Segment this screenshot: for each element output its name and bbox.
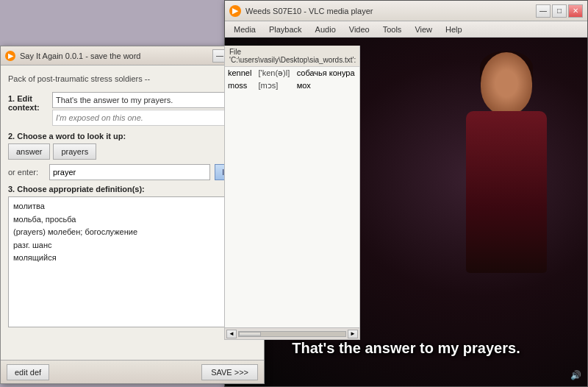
- save-button[interactable]: SAVE >>>: [201, 364, 258, 380]
- volume-icon: 🔊: [570, 370, 581, 380]
- sia-toolbar: edit def SAVE >>>: [1, 360, 264, 383]
- word-button-answer[interactable]: answer: [8, 143, 50, 160]
- dict-scroll-right-button[interactable]: ►: [348, 330, 358, 338]
- dict-panel: File 'C:\users\vasily\Desktop\sia_words.…: [224, 46, 360, 340]
- vlc-subtitle: That's the answer to my prayers.: [225, 340, 587, 357]
- def-item-4: разг. шанс: [13, 239, 251, 252]
- vlc-window-controls: — □ ✕: [536, 4, 583, 18]
- dict-phonetic-moss: [mɔs]: [256, 79, 294, 92]
- dict-word-moss: moss: [225, 79, 256, 92]
- dict-file-label: File 'C:\users\vasily\Desktop\sia_words.…: [225, 46, 359, 67]
- vlc-menubar: Media Playback Audio Video Tools View He…: [225, 21, 587, 38]
- edit-label-line2: context:: [8, 103, 52, 112]
- vlc-maximize-button[interactable]: □: [552, 4, 567, 18]
- choose-word-label: 2. Choose a word to look it up:: [8, 132, 257, 141]
- dict-row-kennel: kennel ['ken(ə)l] собачья конура: [225, 67, 359, 79]
- dict-row-moss: moss [mɔs] мох: [225, 79, 359, 92]
- vlc-menu-playback[interactable]: Playback: [263, 24, 308, 35]
- vlc-menu-help[interactable]: Help: [440, 24, 468, 35]
- person-head: [481, 52, 532, 115]
- vlc-menu-tools[interactable]: Tools: [377, 24, 408, 35]
- vlc-icon: ▶: [229, 5, 241, 17]
- dict-scroll-thumb[interactable]: [239, 332, 261, 336]
- def-item-1: молитва: [13, 200, 251, 213]
- vlc-person-figure: [448, 52, 565, 302]
- dict-scrollbar: ◄ ►: [225, 327, 359, 339]
- pack-label: Pack of post-traumatic stress soldiers -…: [8, 74, 233, 83]
- definitions-box[interactable]: молитва мольба, просьба (prayers) молебе…: [8, 196, 257, 327]
- vlc-titlebar: ▶ Weeds S07E10 - VLC media player — □ ✕: [225, 1, 587, 21]
- edit-label-line1: 1. Edit: [8, 94, 52, 103]
- dict-translation-moss: мох: [294, 79, 359, 92]
- dict-scroll-track: [238, 331, 346, 337]
- pack-row: Pack of post-traumatic stress soldiers -…: [8, 71, 257, 86]
- def-item-3: (prayers) молебен; богослужение: [13, 226, 251, 239]
- dict-scroll-left-button[interactable]: ◄: [226, 330, 237, 338]
- edit-context-label: 1. Edit context:: [8, 92, 52, 126]
- edit-context-section: 1. Edit context: +: [8, 92, 257, 126]
- vlc-menu-video[interactable]: Video: [343, 24, 376, 35]
- vlc-menu-media[interactable]: Media: [228, 24, 262, 35]
- edit-def-button[interactable]: edit def: [7, 364, 49, 380]
- choose-word-section: 2. Choose a word to look it up: answer p…: [8, 132, 257, 180]
- enter-input[interactable]: [49, 164, 210, 180]
- def-item-5: молящийся: [13, 252, 251, 265]
- dict-translation-kennel: собачья конура: [294, 67, 359, 79]
- dict-word-kennel: kennel: [225, 67, 256, 79]
- definitions-section: 3. Choose appropriate definition(s): мол…: [8, 185, 257, 327]
- context-secondary-input[interactable]: [52, 110, 234, 126]
- dict-table: kennel ['ken(ə)l] собачья конура moss [m…: [225, 67, 359, 92]
- enter-label: or enter:: [8, 168, 45, 177]
- word-buttons-group: answer prayers: [8, 143, 257, 160]
- def-item-2: мольба, просьба: [13, 213, 251, 227]
- dict-phonetic-kennel: ['ken(ə)l]: [256, 67, 294, 79]
- sia-title: Say It Again 0.0.1 - save the word: [20, 52, 208, 60]
- sia-icon: ▶: [5, 51, 15, 61]
- vlc-title: Weeds S07E10 - VLC media player: [245, 7, 536, 15]
- definitions-label: 3. Choose appropriate definition(s):: [8, 185, 257, 194]
- word-button-prayers[interactable]: prayers: [53, 143, 96, 160]
- vlc-close-button[interactable]: ✕: [568, 4, 583, 18]
- enter-row: or enter: look up: [8, 164, 257, 180]
- vlc-menu-view[interactable]: View: [409, 24, 438, 35]
- vlc-minimize-button[interactable]: —: [536, 4, 551, 18]
- person-body: [466, 111, 547, 273]
- vlc-menu-audio[interactable]: Audio: [309, 24, 342, 35]
